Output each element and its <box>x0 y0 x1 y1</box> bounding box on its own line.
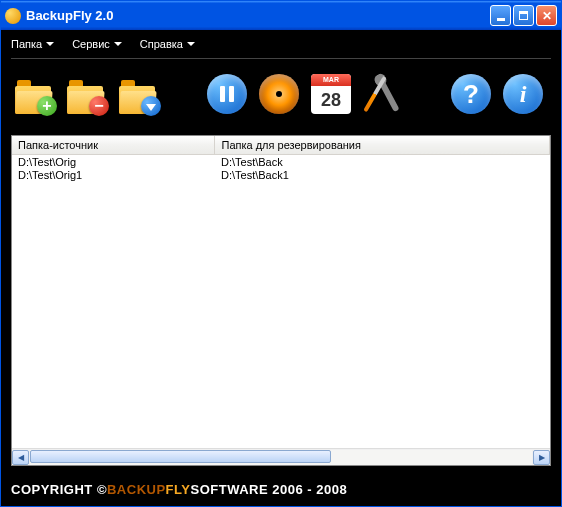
settings-button[interactable] <box>363 74 403 114</box>
menu-help[interactable]: Справка <box>140 38 195 50</box>
horizontal-scrollbar: ◀ ▶ <box>12 448 550 465</box>
menu-service[interactable]: Сервис <box>72 38 122 50</box>
help-button[interactable]: ? <box>451 74 491 114</box>
schedule-button[interactable]: MAR 28 <box>311 74 351 114</box>
scroll-track[interactable] <box>30 450 532 465</box>
menu-separator <box>11 58 551 59</box>
maximize-button[interactable] <box>513 5 534 26</box>
cell-source: D:\Test\Orig <box>12 155 215 169</box>
minimize-button[interactable] <box>490 5 511 26</box>
footer-brand-part2: FLY <box>166 482 191 497</box>
remove-folder-button[interactable]: − <box>67 74 107 114</box>
pause-button[interactable] <box>207 74 247 114</box>
footer-copyright: COPYRIGHT © <box>11 482 107 497</box>
content-area: Папка-источник Папка для резервирования … <box>11 135 551 466</box>
menu-folder-label: Папка <box>11 38 42 50</box>
download-badge-icon <box>141 96 161 116</box>
window-title: BackupFly 2.0 <box>26 8 490 23</box>
chevron-right-icon: ▶ <box>539 453 545 462</box>
calendar-day: 28 <box>311 86 351 114</box>
app-window: BackupFly 2.0 ✕ Папка Сервис Справка + − <box>0 0 562 507</box>
col-dest-header[interactable]: Папка для резервирования <box>215 136 550 155</box>
footer-rest: SOFTWARE 2006 - 2008 <box>190 482 347 497</box>
download-folder-button[interactable] <box>119 74 159 114</box>
scroll-right-button[interactable]: ▶ <box>533 450 550 465</box>
pause-icon <box>220 86 234 102</box>
scroll-thumb[interactable] <box>30 450 331 463</box>
col-source-header[interactable]: Папка-источник <box>12 136 215 155</box>
chevron-left-icon: ◀ <box>18 453 24 462</box>
menubar: Папка Сервис Справка <box>1 30 561 58</box>
chevron-down-icon <box>187 42 195 46</box>
cell-dest: D:\Test\Back <box>215 155 550 169</box>
table-row[interactable]: D:\Test\Orig D:\Test\Back <box>12 155 550 169</box>
add-folder-button[interactable]: + <box>15 74 55 114</box>
titlebar[interactable]: BackupFly 2.0 ✕ <box>1 1 561 30</box>
table-row[interactable]: D:\Test\Orig1 D:\Test\Back1 <box>12 168 550 181</box>
menu-service-label: Сервис <box>72 38 110 50</box>
about-button[interactable]: i <box>503 74 543 114</box>
cell-source: D:\Test\Orig1 <box>12 168 215 181</box>
app-icon <box>5 8 21 24</box>
footer: COPYRIGHT © BACKUPFLY SOFTWARE 2006 - 20… <box>1 472 561 506</box>
calendar-month: MAR <box>311 74 351 86</box>
info-icon: i <box>520 81 527 108</box>
minimize-icon <box>497 18 505 21</box>
maximize-icon <box>519 11 528 20</box>
cell-dest: D:\Test\Back1 <box>215 168 550 181</box>
close-icon: ✕ <box>542 9 552 23</box>
footer-brand-part1: BACKUP <box>107 482 166 497</box>
toolbar: + − MAR 28 ? <box>1 65 561 123</box>
minus-badge-icon: − <box>89 96 109 116</box>
chevron-down-icon <box>46 42 54 46</box>
folders-table: Папка-источник Папка для резервирования … <box>12 136 550 181</box>
table-wrap[interactable]: Папка-источник Папка для резервирования … <box>12 136 550 448</box>
chevron-down-icon <box>114 42 122 46</box>
burn-button[interactable] <box>259 74 299 114</box>
menu-help-label: Справка <box>140 38 183 50</box>
menu-folder[interactable]: Папка <box>11 38 54 50</box>
close-button[interactable]: ✕ <box>536 5 557 26</box>
scroll-left-button[interactable]: ◀ <box>12 450 29 465</box>
help-icon: ? <box>463 79 479 110</box>
plus-badge-icon: + <box>37 96 57 116</box>
